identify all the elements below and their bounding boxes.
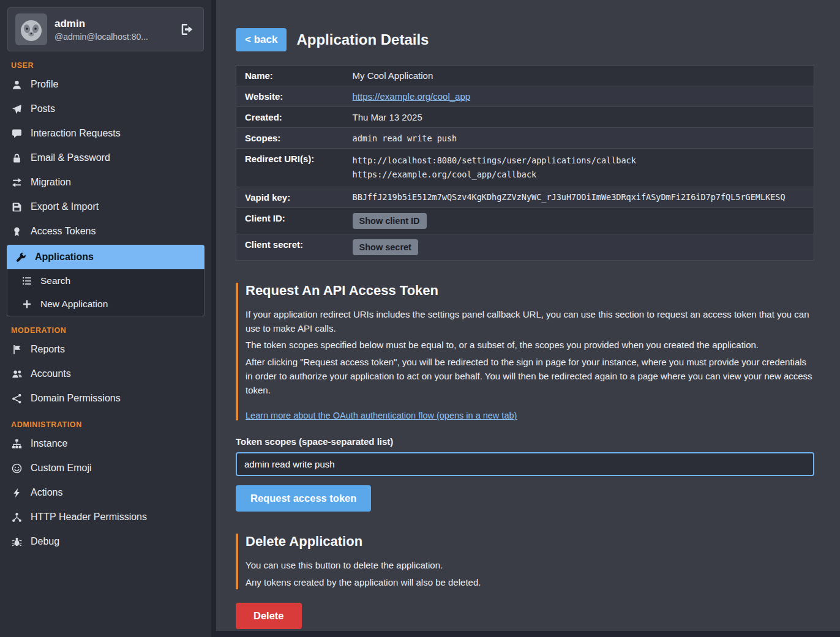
bolt-icon <box>11 488 23 498</box>
sidebar-item-label: HTTP Header Permissions <box>31 512 147 523</box>
sidebar-item-label: Domain Permissions <box>31 393 121 404</box>
delete-button[interactable]: Delete <box>236 603 302 629</box>
sidebar-item-label: Debug <box>31 536 59 547</box>
sidebar-item-email-password[interactable]: Email & Password <box>0 146 211 170</box>
sidebar-item-access-tokens[interactable]: Access Tokens <box>0 219 211 244</box>
sidebar-item-label: Reports <box>31 344 65 355</box>
sidebar-item-interaction-requests[interactable]: Interaction Requests <box>0 121 211 146</box>
sidebar-item-http-header-permissions[interactable]: HTTP Header Permissions <box>0 505 211 529</box>
row-label: Scopes: <box>236 128 353 149</box>
user-icon <box>11 80 23 90</box>
username: admin <box>54 18 148 30</box>
table-row-created: Created: Thu Mar 13 2025 <box>236 107 814 128</box>
sidebar-item-export-import[interactable]: Export & Import <box>0 195 211 219</box>
bug-icon <box>11 537 23 547</box>
oauth-docs-link[interactable]: Learn more about the OAuth authenticatio… <box>246 411 517 420</box>
website-link[interactable]: https://example.org/cool_app <box>353 91 471 102</box>
sidebar-item-label: Access Tokens <box>31 226 96 237</box>
redirect-uri: http://localhost:8080/settings/user/appl… <box>353 154 811 168</box>
section-paragraph: If your application redirect URIs includ… <box>246 307 814 336</box>
sidebar: admin @admin@localhost:80... USER Profil… <box>0 0 211 637</box>
table-row-name: Name: My Cool Application <box>236 65 814 86</box>
section-title: Request An API Access Token <box>246 283 814 299</box>
sidebar-item-label: Migration <box>31 177 71 188</box>
floppy-disk-icon <box>11 202 23 212</box>
section-paragraph: After clicking "Request access token", y… <box>246 355 814 398</box>
applications-submenu: Search New Application <box>7 269 204 316</box>
request-access-token-button[interactable]: Request access token <box>236 485 371 512</box>
logout-icon[interactable] <box>178 20 196 39</box>
sitemap-icon <box>11 439 23 449</box>
certificate-icon <box>11 226 23 237</box>
row-value: My Cool Application <box>353 65 814 86</box>
user-card: admin @admin@localhost:80... <box>7 7 204 51</box>
back-button[interactable]: < back <box>236 28 287 51</box>
sidebar-item-new-application[interactable]: New Application <box>7 292 204 316</box>
sidebar-item-domain-permissions[interactable]: Domain Permissions <box>0 386 211 411</box>
sidebar-item-debug[interactable]: Debug <box>0 529 211 554</box>
sidebar-item-accounts[interactable]: Accounts <box>0 362 211 386</box>
app-window: admin @admin@localhost:80... USER Profil… <box>0 0 840 637</box>
sidebar-item-label: Accounts <box>31 368 71 379</box>
section-header-moderation: MODERATION <box>11 326 211 335</box>
sidebar-item-label: Export & Import <box>31 201 99 212</box>
token-scopes-input[interactable] <box>236 452 814 476</box>
sidebar-item-instance[interactable]: Instance <box>0 431 211 456</box>
show-client-id-button[interactable]: Show client ID <box>353 213 427 229</box>
sidebar-item-label: New Application <box>40 299 108 310</box>
row-value: admin read write push <box>353 128 814 149</box>
row-label: Website: <box>236 86 353 107</box>
show-secret-button[interactable]: Show secret <box>353 239 418 255</box>
transfer-arrows-icon <box>11 177 23 188</box>
redirect-uri: https://example.org/cool_app/callback <box>353 168 811 182</box>
row-label: Name: <box>236 65 353 86</box>
sidebar-item-profile[interactable]: Profile <box>0 72 211 97</box>
flag-icon <box>11 345 23 355</box>
application-details-table: Name: My Cool Application Website: https… <box>236 65 814 261</box>
table-row-scopes: Scopes: admin read write push <box>236 128 814 149</box>
paper-plane-icon <box>11 104 23 114</box>
table-row-client-secret: Client secret: Show secret <box>236 234 814 260</box>
share-nodes-icon <box>11 393 23 404</box>
users-icon <box>11 369 23 379</box>
wrench-icon <box>15 252 27 263</box>
sidebar-item-search[interactable]: Search <box>7 269 204 292</box>
user-meta: admin @admin@localhost:80... <box>54 18 148 42</box>
lock-icon <box>11 153 23 163</box>
sidebar-item-label: Interaction Requests <box>31 128 121 139</box>
smiley-icon <box>11 463 23 474</box>
section-header-user: USER <box>11 61 211 70</box>
sidebar-item-label: Profile <box>31 79 58 90</box>
request-token-section: Request An API Access Token If your appl… <box>236 283 814 421</box>
network-nodes-icon <box>11 512 23 523</box>
sidebar-item-reports[interactable]: Reports <box>0 337 211 362</box>
sidebar-item-label: Instance <box>31 438 67 449</box>
sidebar-item-migration[interactable]: Migration <box>0 170 211 195</box>
sidebar-item-actions[interactable]: Actions <box>0 480 211 505</box>
row-label: Created: <box>236 107 353 128</box>
section-paragraph: Any tokens created by the application wi… <box>246 575 814 589</box>
row-label: Client ID: <box>236 207 353 234</box>
sidebar-item-custom-emoji[interactable]: Custom Emoji <box>0 456 211 480</box>
token-scopes-label: Token scopes (space-separated list) <box>236 436 814 447</box>
page-title: Application Details <box>296 31 429 48</box>
applications-group: Applications Search New Application <box>7 245 204 316</box>
main-panel: < back Application Details Name: My Cool… <box>216 0 840 631</box>
row-label: Redirect URI(s): <box>236 149 353 187</box>
row-label: Vapid key: <box>236 187 353 207</box>
section-title: Delete Application <box>246 534 814 549</box>
row-label: Client secret: <box>236 234 353 260</box>
comment-icon <box>11 129 23 139</box>
sidebar-item-posts[interactable]: Posts <box>0 97 211 121</box>
table-row-vapid-key: Vapid key: BBJffJ219b5iE512m7wQSzv4KgKDh… <box>236 187 814 207</box>
sidebar-item-label: Custom Emoji <box>31 463 92 474</box>
section-paragraph: The token scopes specified below must be… <box>246 338 814 352</box>
table-row-website: Website: https://example.org/cool_app <box>236 86 814 107</box>
sidebar-item-applications[interactable]: Applications <box>7 245 204 269</box>
section-paragraph: You can use this button to delete the ap… <box>246 558 814 572</box>
section-header-administration: ADMINISTRATION <box>11 420 211 429</box>
avatar <box>15 13 47 45</box>
plus-icon <box>21 299 32 309</box>
sidebar-item-label: Email & Password <box>31 152 110 163</box>
user-handle: @admin@localhost:80... <box>54 32 148 42</box>
